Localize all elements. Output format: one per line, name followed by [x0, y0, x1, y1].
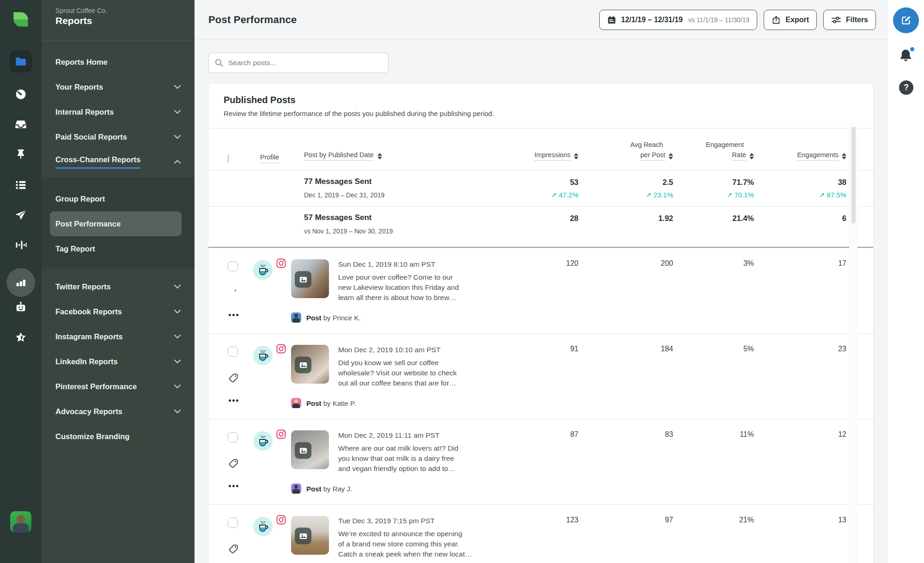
sidebar-item-paid-social-reports[interactable]: Paid Social Reports [42, 124, 195, 149]
scrollbar-thumb[interactable] [851, 127, 856, 224]
compose-icon [900, 14, 912, 26]
summary-engagements: 6 [754, 207, 846, 247]
paper-plane-icon[interactable] [14, 208, 27, 221]
sort-icon[interactable] [749, 153, 754, 159]
sort-icon[interactable] [669, 153, 673, 159]
filters-button[interactable]: Filters [823, 10, 876, 30]
notification-badge [909, 46, 915, 52]
sidebar-item-cross-channel-reports[interactable]: Cross-Channel Reports [42, 149, 195, 174]
date-range-button[interactable]: 12/1/19 – 12/31/19 vs 11/1/19 – 11/30/19 [599, 10, 757, 30]
summary-rate: 21.4% [673, 207, 754, 247]
select-all-checkbox[interactable] [228, 155, 229, 163]
topbar-actions: 12/1/19 – 12/31/19 vs 11/1/19 – 11/30/19… [599, 10, 876, 30]
column-impressions[interactable]: Impressions [509, 148, 578, 170]
engagements-value: 23 [754, 334, 846, 419]
sidebar-item-facebook-reports[interactable]: Facebook Reports [42, 299, 195, 324]
author-avatar [291, 483, 301, 494]
gauge-icon[interactable] [14, 88, 27, 101]
summary-impressions: 28 [509, 207, 578, 247]
post-thumbnail[interactable] [291, 345, 329, 384]
more-options-icon[interactable] [229, 314, 238, 316]
user-avatar[interactable] [10, 511, 31, 532]
card-header: Published Posts Review the lifetime perf… [208, 83, 873, 129]
post-author: Post by Prince K. [291, 312, 509, 323]
sidebar-item-advocacy-reports[interactable]: Advocacy Reports [42, 399, 195, 424]
table-scrollbar[interactable] [849, 124, 857, 563]
impressions-value: 120 [509, 248, 578, 333]
reach-delta: ↗ 23.1% [578, 191, 673, 199]
column-avg-reach-per-post[interactable]: Avg Reach per Post [578, 141, 673, 170]
post-cell: Sun Dec 1, 2019 8:10 am PST Love pour ov… [291, 248, 509, 333]
post-text: wholesale? Visit our website to check [338, 368, 456, 378]
chevron-down-icon [174, 385, 181, 388]
column-profile[interactable]: Profile [249, 153, 291, 170]
engagements-value: 17 [754, 248, 846, 333]
rate-value: 21% [673, 505, 754, 563]
tag-icon[interactable] [228, 373, 239, 385]
profile-avatar-coffee-cup-icon[interactable] [253, 431, 273, 451]
summary-row-comparison: 57 Messages Sent vs Nov 1, 2019 – Nov 30… [208, 206, 873, 248]
sprout-leaf-logo-icon[interactable] [9, 7, 33, 31]
post-thumbnail[interactable] [291, 259, 329, 298]
folder-icon[interactable] [10, 50, 32, 73]
post-thumbnail[interactable] [291, 516, 329, 555]
instagram-icon [276, 258, 286, 268]
sidebar-item-reports-home[interactable]: Reports Home [42, 49, 195, 74]
published-posts-card: Published Posts Review the lifetime perf… [208, 83, 873, 563]
sort-icon[interactable] [377, 153, 382, 159]
rate-value: 5% [673, 334, 754, 419]
post-date: Sun Dec 1, 2019 8:10 am PST [338, 259, 459, 269]
card-title: Published Posts [224, 95, 858, 105]
sidebar-item-group-report[interactable]: Group Report [42, 186, 195, 211]
summary-reach: 1.92 [578, 207, 673, 247]
sidebar-item-post-performance[interactable]: Post Performance [50, 211, 182, 236]
row-checkbox[interactable] [228, 261, 238, 271]
row-checkbox[interactable] [228, 518, 238, 528]
list-icon[interactable] [14, 178, 27, 191]
sidebar-item-your-reports[interactable]: Your Reports [42, 74, 195, 99]
sidebar-item-twitter-reports[interactable]: Twitter Reports [42, 274, 195, 299]
image-placeholder-icon [295, 271, 311, 288]
row-checkbox[interactable] [228, 432, 238, 442]
help-button[interactable]: ? [899, 80, 913, 95]
row-checkbox[interactable] [228, 347, 238, 357]
column-post-by-published-date[interactable]: Post by Published Date [291, 151, 509, 170]
profile-avatar-coffee-cup-icon[interactable] [253, 517, 273, 536]
pin-icon[interactable] [15, 148, 27, 160]
tag-icon[interactable] [228, 544, 239, 556]
sidebar-item-customize-branding[interactable]: Customize Branding [42, 424, 195, 449]
post-date: Mon Dec 2, 2019 10:10 am PST [338, 345, 456, 355]
more-options-icon[interactable] [229, 485, 238, 487]
search-icon [214, 58, 224, 67]
waveform-icon[interactable] [14, 239, 27, 251]
author-avatar [291, 312, 301, 323]
profile-avatar-coffee-cup-icon[interactable] [253, 260, 273, 280]
column-engagement-rate[interactable]: Engagement Rate [673, 141, 754, 170]
notifications-button[interactable] [898, 48, 913, 65]
sidebar-item-tag-report[interactable]: Tag Report [42, 236, 195, 261]
sort-icon[interactable] [574, 153, 578, 159]
bar-chart-icon[interactable] [6, 268, 35, 297]
post-thumbnail[interactable] [291, 430, 329, 469]
more-options-icon[interactable] [229, 399, 238, 402]
profile-avatar-coffee-cup-icon[interactable] [253, 346, 273, 365]
search-input[interactable] [208, 53, 389, 73]
sidebar-item-pinterest-performance[interactable]: Pinterest Performance [42, 374, 195, 399]
impressions-value: 123 [509, 505, 578, 563]
column-engagements[interactable]: Engagements [754, 148, 846, 170]
compose-button[interactable] [893, 7, 919, 33]
star-icon[interactable] [14, 331, 27, 344]
sort-icon[interactable] [842, 153, 846, 159]
tag-icon[interactable] [228, 287, 239, 300]
sidebar-item-instagram-reports[interactable]: Instagram Reports [42, 324, 195, 349]
post-cell: Tue Dec 3, 2019 7:15 pm PST We’re excite… [291, 505, 509, 563]
tag-icon[interactable] [228, 458, 239, 471]
sidebar-item-linkedin-reports[interactable]: LinkedIn Reports [42, 349, 195, 374]
impressions-value: 87 [509, 419, 578, 504]
robot-icon[interactable] [14, 300, 27, 313]
export-button[interactable]: Export [764, 10, 817, 30]
summary-title: 57 Messages Sent [304, 213, 509, 222]
sidebar-item-internal-reports[interactable]: Internal Reports [42, 99, 195, 124]
inbox-icon[interactable] [14, 118, 27, 131]
cross-channel-submenu: Group Report Post Performance Tag Report [42, 177, 195, 269]
